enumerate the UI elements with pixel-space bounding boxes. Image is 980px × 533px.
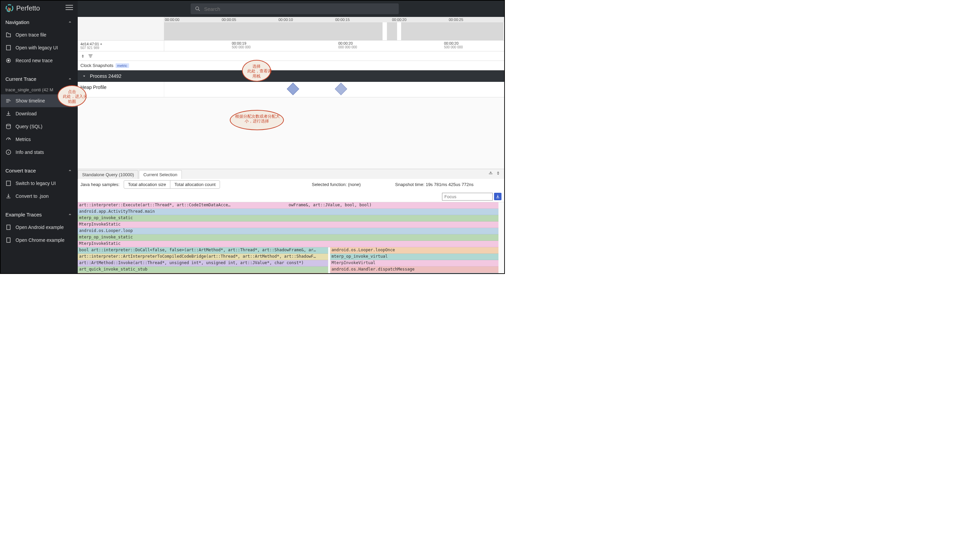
label: Info and stats	[16, 150, 44, 155]
total-allocation-size-button[interactable]: Total allocation size	[124, 180, 171, 188]
label: Open Android example	[16, 225, 64, 230]
flame-frame[interactable]: mterp_op_invoke_static	[330, 273, 498, 274]
query-sql[interactable]: Query (SQL)	[1, 120, 78, 133]
chevron-up-icon	[67, 19, 73, 25]
chevron-down-icon	[82, 74, 86, 78]
flame-frame[interactable]: android.app.ActivityThread.main	[78, 209, 498, 215]
ov-tick: 00:00:15	[335, 18, 350, 22]
label: Open Chrome example	[16, 238, 65, 243]
svg-rect-10	[6, 99, 10, 100]
flame-frame[interactable]: art_quick_invoke_static_stub	[78, 266, 328, 273]
label: Example Traces	[5, 212, 42, 217]
label: Current Trace	[5, 76, 37, 82]
flame-frame[interactable]: mterp_op_invoke_virtual	[330, 254, 498, 260]
svg-rect-19	[89, 54, 92, 55]
focus-input[interactable]	[442, 193, 493, 201]
svg-rect-21	[90, 57, 92, 57]
search-box[interactable]	[191, 3, 399, 14]
download[interactable]: Download	[1, 107, 78, 120]
speed-icon	[5, 136, 11, 142]
svg-rect-7	[6, 45, 11, 50]
metrics[interactable]: Metrics	[1, 133, 78, 146]
svg-rect-3	[10, 8, 11, 11]
svg-point-18	[196, 7, 199, 10]
filter-icon[interactable]	[88, 54, 94, 59]
panel-size-icon[interactable]	[495, 171, 501, 176]
panel-up-icon[interactable]	[488, 171, 493, 176]
heap-sample-marker[interactable]	[287, 83, 299, 96]
ov-tick: 00:00:10	[278, 18, 293, 22]
download-icon	[5, 193, 11, 199]
label: Metrics	[16, 137, 31, 142]
open-trace-file[interactable]: Open trace file	[1, 29, 78, 41]
ov-tick: 00:00:00	[165, 18, 180, 22]
flame-frame[interactable]: owFrame&, art::JValue, bool, bool)	[287, 202, 498, 209]
label: Show timeline	[16, 98, 45, 104]
flame-frame[interactable]: MterpInvokeStatic	[78, 222, 498, 228]
flame-frame[interactable]: android.os.Looper.loop	[78, 228, 498, 235]
info-icon	[5, 149, 11, 155]
flamegraph[interactable]: art::interpreter::Execute(art::Thread*, …	[78, 202, 504, 274]
doc-icon	[5, 224, 11, 230]
switch-legacy[interactable]: Switch to legacy UI	[1, 177, 78, 190]
flame-frame[interactable]: bool art::interpreter::DoCall<false, fal…	[78, 247, 328, 254]
chevron-up-icon	[67, 76, 73, 82]
chevron-up-icon	[67, 168, 73, 174]
flame-frame[interactable]: android.os.Looper.loopOnce	[78, 273, 328, 274]
convert-header[interactable]: Convert trace	[1, 164, 78, 177]
heap-profile-track[interactable]: Heap Profile	[78, 82, 504, 97]
heap-sample-marker[interactable]	[335, 83, 347, 96]
download-button[interactable]	[494, 193, 501, 200]
menu-icon[interactable]	[65, 4, 73, 13]
convert-json[interactable]: Convert to .json	[1, 190, 78, 203]
svg-rect-4	[65, 5, 73, 5]
svg-rect-2	[8, 8, 9, 11]
svg-rect-15	[6, 181, 11, 186]
open-legacy-ui[interactable]: Open with legacy UI	[1, 41, 78, 54]
flame-frame[interactable]: MterpInvokeVirtual	[330, 260, 498, 266]
ov-tick: 00:00:05	[222, 18, 236, 22]
timeline-overview[interactable]: 00:00:00 00:00:05 00:00:10 00:00:15 00:0…	[78, 17, 504, 41]
flame-frame[interactable]: art::interpreter::ArtInterpreterToCompil…	[78, 254, 328, 260]
flame-frame[interactable]: android.os.Handler.dispatchMessage	[330, 266, 498, 273]
ov-tick: 00:00:20	[392, 18, 407, 22]
flame-frame[interactable]: android.os.Looper.loopOnce	[330, 247, 498, 254]
label: Download	[16, 111, 37, 116]
base-time: 4d14:47:01 +	[80, 42, 161, 46]
topbar	[78, 1, 504, 17]
info-stats[interactable]: Info and stats	[1, 146, 78, 159]
svg-rect-20	[89, 56, 92, 56]
svg-point-9	[8, 60, 10, 62]
open-chrome-example[interactable]: Open Chrome example	[1, 234, 78, 247]
total-allocation-count-button[interactable]: Total allocation count	[170, 180, 219, 188]
svg-rect-16	[7, 225, 11, 230]
label: Switch to legacy UI	[16, 180, 56, 186]
collapse-all-icon[interactable]	[80, 54, 85, 59]
current-trace-header[interactable]: Current Trace	[1, 72, 78, 85]
download-icon	[495, 194, 500, 199]
clock-snapshots-row[interactable]: Clock Snapshotsmetric	[78, 61, 504, 70]
search-input[interactable]	[204, 6, 395, 12]
flame-frame[interactable]: mterp_op_invoke_static	[78, 235, 498, 241]
app-title: Perfetto	[16, 5, 40, 12]
chevron-up-icon	[67, 211, 73, 217]
examples-header[interactable]: Example Traces	[1, 208, 78, 221]
samples-toolbar: Java heap samples: Total allocation size…	[78, 179, 504, 202]
main-area: 00:00:00 00:00:05 00:00:10 00:00:15 00:0…	[78, 1, 504, 273]
book-icon	[5, 180, 11, 186]
nav-section-header[interactable]: Navigation	[1, 16, 78, 29]
flame-frame[interactable]: mterp_op_invoke_static	[78, 215, 498, 222]
flame-frame[interactable]: art::ArtMethod::Invoke(art::Thread*, uns…	[78, 260, 328, 266]
svg-rect-17	[7, 238, 11, 243]
folder-icon	[5, 32, 11, 38]
open-android-example[interactable]: Open Android example	[1, 221, 78, 234]
flame-frame[interactable]: MterpInvokeStatic	[78, 241, 498, 247]
show-timeline[interactable]: Show timeline	[1, 94, 78, 107]
allocation-mode-group: Total allocation size Total allocation c…	[124, 180, 220, 189]
label: Clock Snapshots	[80, 63, 113, 68]
record-new-trace[interactable]: Record new trace	[1, 54, 78, 67]
tick: 00:00:20	[338, 41, 357, 45]
tab-standalone-query[interactable]: Standalone Query (10000)	[78, 170, 138, 179]
tab-current-selection[interactable]: Current Selection	[139, 170, 181, 179]
process-header[interactable]: Process 24492	[78, 70, 504, 82]
